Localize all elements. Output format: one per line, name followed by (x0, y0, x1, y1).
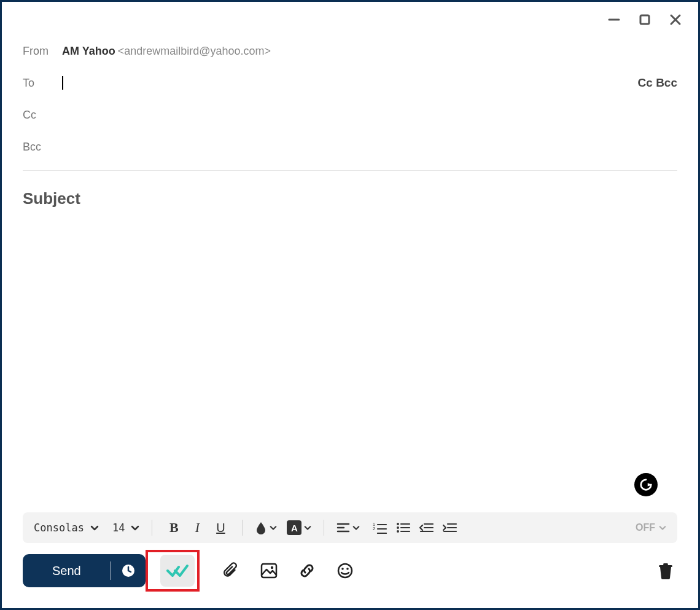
cc-label: Cc (23, 109, 62, 122)
action-bar: Send (23, 552, 677, 590)
format-toolbar: Consolas 14 B I U A (23, 512, 677, 543)
svg-rect-25 (262, 564, 276, 577)
header-fields: From AM Yahoo <andrewmailbird@yahoo.com>… (23, 2, 677, 208)
outdent-button[interactable] (418, 518, 436, 537)
compose-content: From AM Yahoo <andrewmailbird@yahoo.com>… (2, 2, 698, 608)
svg-rect-30 (659, 565, 672, 567)
underline-button[interactable]: U (211, 518, 230, 537)
chevron-down-icon (659, 524, 666, 531)
paperclip-icon (223, 562, 239, 579)
minimize-button[interactable] (607, 13, 621, 26)
grammarly-icon (639, 478, 653, 491)
attach-button[interactable] (222, 561, 240, 580)
discard-button[interactable] (658, 562, 674, 579)
svg-rect-1 (640, 15, 649, 24)
off-label-text: OFF (636, 522, 655, 533)
to-input[interactable] (62, 76, 677, 90)
image-icon (260, 563, 278, 579)
ordered-list-button[interactable]: 1 2 (371, 518, 389, 537)
formatting-off-toggle[interactable]: OFF (636, 522, 666, 533)
from-account-name: AM Yahoo (62, 45, 115, 58)
font-size-select[interactable]: 14 (112, 522, 139, 534)
font-family-select[interactable]: Consolas (34, 522, 99, 534)
schedule-send-button[interactable] (111, 554, 146, 587)
maximize-button[interactable] (638, 13, 651, 26)
link-icon (298, 562, 316, 579)
insert-image-button[interactable] (260, 561, 278, 580)
clock-icon (121, 563, 136, 578)
italic-icon: I (195, 520, 200, 536)
droplet-icon (255, 521, 267, 534)
outdent-icon (419, 522, 434, 534)
svg-point-28 (341, 568, 344, 570)
svg-point-26 (271, 566, 273, 569)
bullet-list-icon (396, 522, 411, 534)
smiley-icon (336, 562, 354, 579)
svg-point-14 (397, 530, 399, 533)
trash-icon (658, 562, 674, 579)
message-body[interactable] (23, 208, 677, 512)
subject-input[interactable]: Subject (23, 171, 677, 208)
indent-icon (443, 522, 457, 534)
compose-window: From AM Yahoo <andrewmailbird@yahoo.com>… (0, 0, 700, 610)
tracking-highlight (146, 550, 200, 592)
chevron-down-icon (352, 524, 360, 531)
bcc-row[interactable]: Bcc (23, 131, 677, 163)
window-controls (607, 13, 682, 26)
send-button[interactable]: Send (23, 554, 111, 587)
bold-icon: B (169, 520, 179, 536)
from-account-email: <andrewmailbird@yahoo.com> (118, 45, 271, 58)
svg-point-29 (346, 568, 349, 570)
chevron-down-icon (90, 523, 99, 532)
svg-point-12 (397, 523, 399, 525)
font-family-value: Consolas (34, 522, 84, 534)
svg-text:1: 1 (373, 522, 375, 526)
highlight-color-button[interactable]: A (287, 520, 311, 535)
svg-point-13 (397, 526, 399, 529)
insert-actions (222, 561, 354, 580)
underline-icon: U (216, 521, 225, 535)
chevron-down-icon (304, 524, 311, 531)
from-row[interactable]: From AM Yahoo <andrewmailbird@yahoo.com> (23, 35, 677, 67)
double-check-icon (166, 563, 189, 578)
toolbar-divider (242, 520, 243, 536)
send-button-group: Send (23, 554, 146, 587)
svg-point-27 (338, 564, 352, 577)
insert-link-button[interactable] (298, 561, 316, 580)
align-button[interactable] (336, 522, 360, 534)
cc-bcc-toggle[interactable]: Cc Bcc (638, 76, 677, 90)
chevron-down-icon (131, 523, 139, 532)
bullet-list-button[interactable] (394, 518, 413, 537)
bold-button[interactable]: B (165, 518, 183, 537)
svg-text:2: 2 (373, 526, 375, 531)
svg-rect-31 (663, 563, 668, 565)
read-receipt-button[interactable] (160, 555, 195, 587)
emoji-button[interactable] (336, 561, 354, 580)
font-size-value: 14 (112, 522, 125, 534)
text-color-button[interactable] (255, 521, 277, 534)
close-button[interactable] (669, 13, 682, 26)
toolbar-divider (324, 520, 324, 536)
to-label: To (23, 77, 62, 90)
toolbar-divider (152, 520, 152, 536)
text-cursor-icon (62, 76, 63, 90)
italic-button[interactable]: I (188, 518, 206, 537)
ordered-list-icon: 1 2 (373, 522, 387, 534)
grammarly-button[interactable] (634, 473, 658, 496)
send-label: Send (52, 564, 81, 578)
to-row: To Cc Bcc (23, 67, 677, 99)
indent-button[interactable] (441, 518, 459, 537)
highlight-icon: A (287, 520, 301, 535)
chevron-down-icon (270, 524, 277, 531)
align-left-icon (336, 522, 350, 534)
cc-row[interactable]: Cc (23, 99, 677, 131)
bcc-label: Bcc (23, 141, 62, 154)
from-label: From (23, 45, 62, 58)
